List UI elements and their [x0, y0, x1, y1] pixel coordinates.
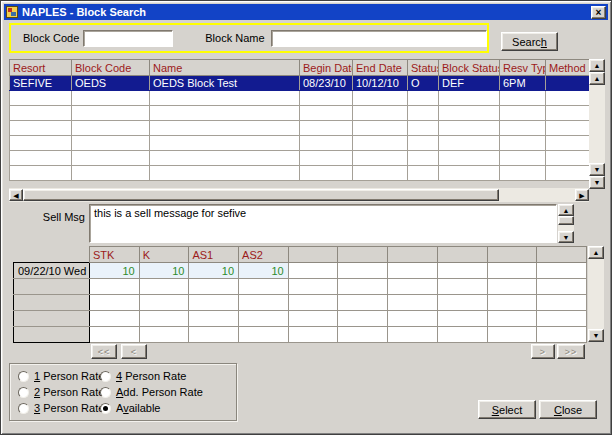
radio-available[interactable]: Available — [100, 402, 160, 414]
grid-empty-cell[interactable] — [288, 311, 338, 327]
grid-empty-cell[interactable] — [388, 327, 438, 343]
grid-empty-cell[interactable] — [90, 295, 140, 311]
scroll-left-button[interactable]: ◀ — [9, 189, 23, 201]
radio-icon — [18, 387, 29, 398]
radio-icon — [18, 371, 29, 382]
table-row[interactable] — [10, 166, 590, 181]
scroll-up-button[interactable]: ▲ — [589, 72, 605, 85]
grid-column-header: K — [139, 247, 189, 263]
title-bar[interactable]: NAPLES - Block Search × — [4, 4, 608, 20]
scroll-up-button[interactable]: ▲ — [588, 246, 604, 259]
grid-row-header — [14, 279, 90, 295]
grid-empty-cell[interactable] — [338, 263, 388, 279]
grid-empty-cell[interactable] — [487, 263, 537, 279]
grid-empty-cell[interactable] — [239, 295, 289, 311]
pager-prev-button[interactable]: < — [121, 344, 147, 359]
radio-icon — [100, 371, 111, 382]
grid-empty-cell[interactable] — [388, 295, 438, 311]
scroll-up-button[interactable]: ▲ — [558, 204, 574, 216]
grid-empty-cell[interactable] — [288, 327, 338, 343]
radio-add-person-rate[interactable]: Add. Person Rate — [100, 386, 203, 398]
grid-value-cell[interactable]: 10 — [189, 263, 239, 279]
table-row-selected[interactable]: SEFIVE OEDS OEDS Block Test 08/23/10 10/… — [10, 76, 590, 91]
radio-2-person-rate[interactable]: 2 Person Rate — [18, 386, 104, 398]
vscroll-thumb[interactable] — [558, 216, 574, 225]
grid-empty-cell[interactable] — [189, 327, 239, 343]
grid-empty-cell[interactable] — [189, 295, 239, 311]
scroll-down-button[interactable]: ▼ — [589, 163, 605, 176]
select-button[interactable]: Select — [478, 400, 536, 419]
grid-empty-cell[interactable] — [189, 311, 239, 327]
pager-last-button[interactable]: >> — [557, 344, 585, 359]
block-name-input[interactable] — [271, 30, 487, 47]
grid-empty-cell[interactable] — [537, 295, 587, 311]
grid-empty-cell[interactable] — [90, 327, 140, 343]
scroll-first-button[interactable]: ▲ — [589, 59, 605, 72]
scroll-last-button[interactable]: ▼ — [589, 176, 605, 189]
grid-empty-cell[interactable] — [487, 327, 537, 343]
grid-empty-cell[interactable] — [388, 263, 438, 279]
grid-column-header: AS1 — [189, 247, 239, 263]
grid-empty-cell[interactable] — [487, 279, 537, 295]
grid-empty-cell[interactable] — [90, 279, 140, 295]
radio-icon — [18, 403, 29, 414]
radio-1-person-rate[interactable]: 1 Person Rate — [18, 370, 104, 382]
scroll-track[interactable] — [589, 85, 605, 163]
close-window-button[interactable]: Close — [539, 400, 597, 419]
table-row[interactable] — [10, 151, 590, 166]
grid-value-cell[interactable]: 10 — [90, 263, 140, 279]
grid-empty-cell[interactable] — [338, 279, 388, 295]
grid-empty-cell[interactable] — [189, 279, 239, 295]
table-row[interactable] — [10, 91, 590, 106]
grid-empty-cell[interactable] — [338, 295, 388, 311]
grid-empty-cell[interactable] — [388, 311, 438, 327]
grid-empty-cell[interactable] — [537, 263, 587, 279]
grid-empty-cell[interactable] — [537, 327, 587, 343]
grid-empty-cell[interactable] — [139, 295, 189, 311]
grid-empty-cell[interactable] — [288, 263, 338, 279]
radio-3-person-rate[interactable]: 3 Person Rate — [18, 402, 104, 414]
close-button[interactable]: × — [591, 6, 606, 19]
grid-empty-cell[interactable] — [338, 311, 388, 327]
block-code-input[interactable] — [83, 30, 173, 47]
app-icon — [6, 6, 18, 18]
grid-empty-cell[interactable] — [537, 311, 587, 327]
pager-next-button[interactable]: > — [531, 344, 555, 359]
table-row[interactable] — [10, 121, 590, 136]
scroll-down-button[interactable]: ▼ — [558, 231, 574, 243]
radio-4-person-rate[interactable]: 4 Person Rate — [100, 370, 186, 382]
table-row[interactable] — [10, 106, 590, 121]
grid-empty-cell[interactable] — [139, 327, 189, 343]
grid-empty-cell[interactable] — [239, 327, 289, 343]
sell-msg-field[interactable]: this is a sell message for sefive — [89, 204, 557, 243]
grid-empty-cell[interactable] — [90, 311, 140, 327]
grid-empty-cell[interactable] — [487, 295, 537, 311]
hscroll-track[interactable] — [499, 188, 575, 202]
scroll-track[interactable] — [588, 259, 604, 329]
grid-empty-cell[interactable] — [487, 311, 537, 327]
grid-value-cell[interactable]: 10 — [139, 263, 189, 279]
hscroll-thumb[interactable] — [23, 189, 499, 201]
grid-empty-cell[interactable] — [437, 263, 487, 279]
grid-empty-cell[interactable] — [239, 279, 289, 295]
grid-value-cell[interactable]: 10 — [239, 263, 289, 279]
grid-empty-cell[interactable] — [139, 311, 189, 327]
grid-empty-cell[interactable] — [388, 279, 438, 295]
grid-header-row: STK K AS1 AS2 — [14, 247, 587, 263]
grid-empty-cell[interactable] — [288, 295, 338, 311]
grid-empty-cell[interactable] — [139, 279, 189, 295]
table-row[interactable] — [10, 136, 590, 151]
grid-empty-cell[interactable] — [537, 279, 587, 295]
pager-first-button[interactable]: << — [91, 344, 117, 359]
grid-empty-cell[interactable] — [288, 279, 338, 295]
grid-empty-cell[interactable] — [437, 327, 487, 343]
scroll-down-button[interactable]: ▼ — [588, 329, 604, 342]
grid-empty-cell[interactable] — [437, 295, 487, 311]
scroll-right-button[interactable]: ▶ — [575, 189, 589, 201]
grid-empty-cell[interactable] — [239, 311, 289, 327]
grid-empty-cell[interactable] — [437, 311, 487, 327]
search-button[interactable]: Search — [501, 32, 558, 51]
grid-empty-cell[interactable] — [437, 279, 487, 295]
grid-empty-cell[interactable] — [338, 327, 388, 343]
column-header: Status — [408, 60, 439, 76]
